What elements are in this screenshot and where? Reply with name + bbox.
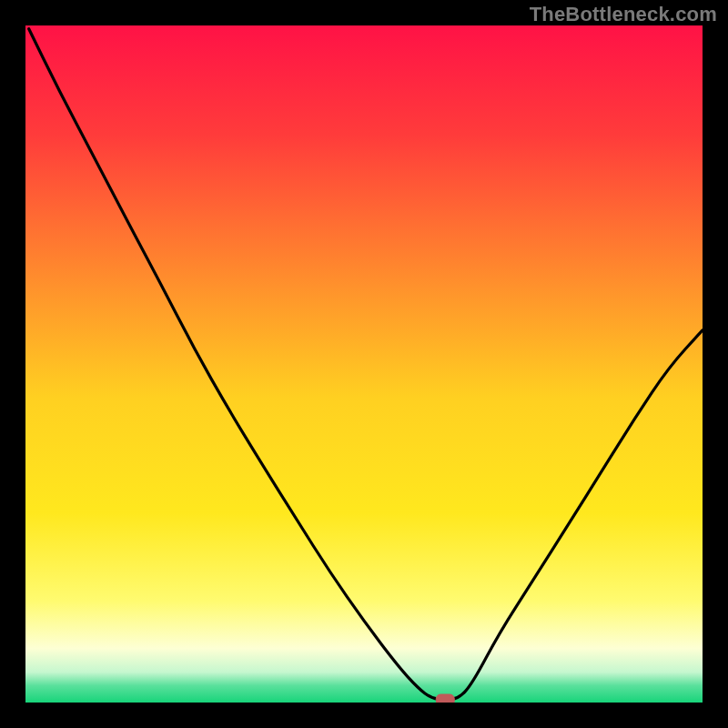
bottleneck-plot [25,25,703,703]
chart-stage: TheBottleneck.com [0,0,728,728]
plot-wrap [25,25,703,703]
optimal-marker [436,694,454,703]
watermark-label: TheBottleneck.com [530,3,717,26]
gradient-background [25,25,703,703]
